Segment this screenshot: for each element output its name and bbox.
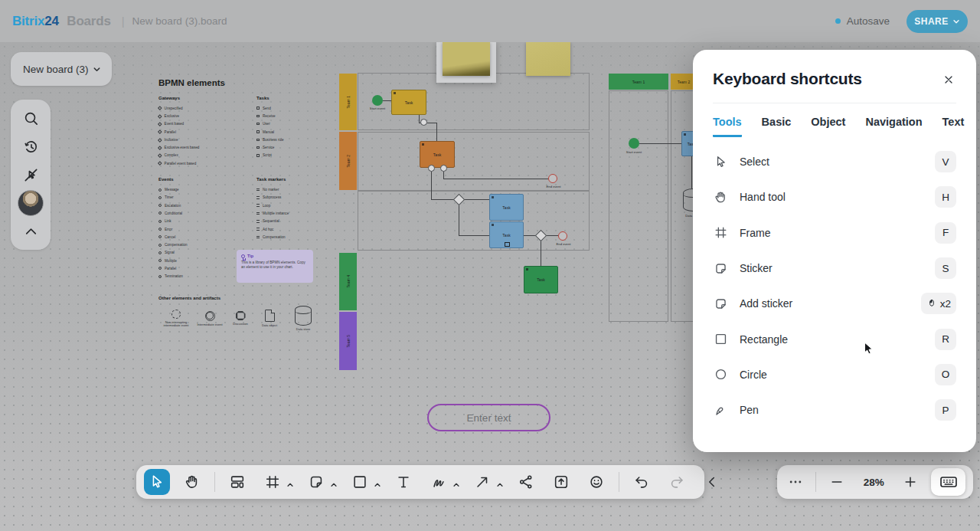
artifact-non-interrupting-intermediate-event[interactable]: Non-interrupting intermediate event bbox=[158, 310, 194, 329]
library-item-compensation[interactable]: Compensation bbox=[158, 241, 256, 248]
library-item-loop[interactable]: Loop bbox=[256, 202, 316, 209]
library-item-exclusive-event-based[interactable]: Exclusive event based bbox=[158, 143, 256, 151]
shortcut-key-label: O bbox=[942, 369, 950, 380]
tool-select-button[interactable] bbox=[144, 469, 170, 495]
chevron-up-icon[interactable] bbox=[330, 478, 338, 486]
chevron-up-icon[interactable] bbox=[374, 478, 381, 486]
share-button[interactable]: SHARE bbox=[906, 10, 968, 33]
tab-text[interactable]: Text bbox=[942, 116, 965, 137]
tab-object[interactable]: Object bbox=[811, 116, 845, 137]
search-icon bbox=[22, 110, 40, 127]
lane-label-team-4[interactable]: Team 4 bbox=[339, 253, 357, 310]
circle-icon bbox=[158, 196, 162, 199]
task-shape[interactable]: Task bbox=[489, 221, 524, 248]
connector-line bbox=[459, 204, 459, 236]
lane-header-team-1[interactable]: Team 1 bbox=[609, 74, 668, 90]
tool-undo-button[interactable] bbox=[629, 469, 655, 495]
tool-scribble-button[interactable] bbox=[426, 469, 452, 495]
library-item-sequential[interactable]: Sequential bbox=[256, 218, 316, 225]
lane-label-team-1[interactable]: Team 1 bbox=[339, 74, 357, 130]
tool-arrow-button[interactable] bbox=[469, 469, 495, 495]
sticky-note[interactable] bbox=[443, 42, 490, 76]
library-item-inclusive[interactable]: Inclusive bbox=[158, 136, 256, 143]
artifact-data-object[interactable]: Data object bbox=[255, 310, 284, 328]
library-item-cancel[interactable]: Cancel bbox=[158, 233, 256, 241]
tool-upload-button[interactable] bbox=[548, 469, 574, 495]
shortcut-row-sticker: Sticker S bbox=[693, 251, 976, 286]
zoom-out-button[interactable] bbox=[826, 471, 847, 493]
library-item-service[interactable]: Service bbox=[256, 143, 316, 151]
task-shape[interactable]: Task bbox=[489, 194, 524, 221]
library-item-parallel-event-based[interactable]: Parallel event based bbox=[158, 159, 256, 167]
chevron-up-icon[interactable] bbox=[452, 478, 460, 486]
tab-tools[interactable]: Tools bbox=[713, 116, 742, 137]
library-item-timer[interactable]: Timer bbox=[158, 194, 256, 202]
tab-basic[interactable]: Basic bbox=[762, 116, 792, 137]
board-menu-button[interactable]: New board (3) bbox=[11, 52, 112, 86]
lane-label-team-2[interactable]: Team 2 bbox=[339, 132, 357, 190]
text-shape[interactable]: Enter text bbox=[427, 404, 550, 431]
library-item-subprocess[interactable]: Subprocess bbox=[256, 194, 316, 202]
tool-hand-button[interactable] bbox=[179, 469, 205, 495]
history-button[interactable] bbox=[17, 133, 44, 159]
start-event-shape[interactable] bbox=[629, 138, 639, 149]
lane-label-team-5[interactable]: Team 5 bbox=[339, 312, 357, 370]
boundary-event[interactable] bbox=[428, 165, 435, 172]
end-event-shape[interactable] bbox=[558, 231, 567, 241]
tool-chevron-left-button[interactable] bbox=[699, 469, 725, 495]
library-item-multiple-instance[interactable]: Multiple instance bbox=[256, 209, 316, 217]
library-item-no-marker[interactable]: No marker bbox=[256, 185, 316, 193]
user-avatar[interactable] bbox=[17, 190, 44, 216]
keyboard-shortcuts-button[interactable] bbox=[931, 468, 965, 496]
library-item-manual[interactable]: Manual bbox=[256, 128, 316, 136]
more-options-button[interactable] bbox=[785, 471, 805, 493]
zoom-level[interactable]: 28% bbox=[858, 477, 890, 488]
tool-text-button[interactable] bbox=[390, 469, 416, 495]
close-button[interactable] bbox=[939, 70, 958, 89]
boundary-event[interactable] bbox=[420, 119, 427, 126]
end-event-shape[interactable] bbox=[548, 174, 557, 183]
library-item-send[interactable]: Send bbox=[256, 104, 316, 112]
chevron-up-icon[interactable] bbox=[496, 478, 504, 486]
library-item-exclusive[interactable]: Exclusive bbox=[158, 112, 256, 120]
sticky-note[interactable] bbox=[526, 42, 570, 76]
library-item-complex[interactable]: Complex bbox=[158, 152, 256, 159]
start-event-shape[interactable] bbox=[372, 95, 383, 106]
boundary-event[interactable] bbox=[440, 165, 447, 172]
tool-redo-button[interactable] bbox=[664, 469, 690, 495]
tool-rectangle-button[interactable] bbox=[347, 469, 373, 495]
library-item-ad-hoc[interactable]: Ad hoc bbox=[256, 225, 316, 233]
task-shape[interactable]: Task bbox=[524, 266, 558, 293]
library-item-script[interactable]: Script bbox=[256, 152, 316, 159]
tool-layout-button[interactable] bbox=[224, 469, 250, 495]
tab-navigation[interactable]: Navigation bbox=[865, 116, 922, 137]
tool-sticker-button[interactable] bbox=[303, 469, 329, 495]
artifact-discussion[interactable]: Discussion bbox=[226, 311, 255, 326]
library-item-business-rule[interactable]: Business rule bbox=[256, 136, 316, 143]
library-item-link[interactable]: Link bbox=[158, 218, 256, 225]
board-title[interactable]: New board (3).board bbox=[132, 15, 227, 27]
tool-emoji-button[interactable] bbox=[583, 469, 609, 495]
library-item-message[interactable]: Message bbox=[158, 185, 256, 193]
artifact-intermediate-event[interactable]: Intermediate event bbox=[194, 311, 226, 327]
artifact-data-store[interactable]: Data store bbox=[284, 306, 322, 332]
library-item-error[interactable]: Error bbox=[158, 225, 256, 233]
library-item-user[interactable]: User bbox=[256, 120, 316, 128]
cursors-off-button[interactable] bbox=[17, 162, 44, 188]
task-shape[interactable]: Task bbox=[420, 141, 455, 168]
task-shape[interactable]: Task bbox=[391, 90, 426, 115]
chevron-up-icon[interactable] bbox=[286, 478, 294, 486]
library-item-unspecified[interactable]: Unspecified bbox=[158, 104, 256, 112]
library-item-receive[interactable]: Receive bbox=[256, 112, 316, 120]
search-button[interactable] bbox=[17, 105, 44, 131]
library-item-compensation[interactable]: Compensation bbox=[256, 233, 316, 241]
library-item-escalation[interactable]: Escalation bbox=[158, 202, 256, 209]
zoom-in-button[interactable] bbox=[900, 471, 921, 493]
library-item-parallel[interactable]: Parallel bbox=[158, 128, 256, 136]
bitrix24-logo[interactable]: Bitrix24 Boards bbox=[12, 14, 111, 29]
tool-connector-button[interactable] bbox=[513, 469, 539, 495]
chevron-up-button[interactable] bbox=[17, 218, 44, 244]
library-item-conditional[interactable]: Conditional bbox=[158, 209, 256, 217]
library-item-event-based[interactable]: Event based bbox=[158, 120, 256, 128]
tool-frame-button[interactable] bbox=[260, 469, 286, 495]
